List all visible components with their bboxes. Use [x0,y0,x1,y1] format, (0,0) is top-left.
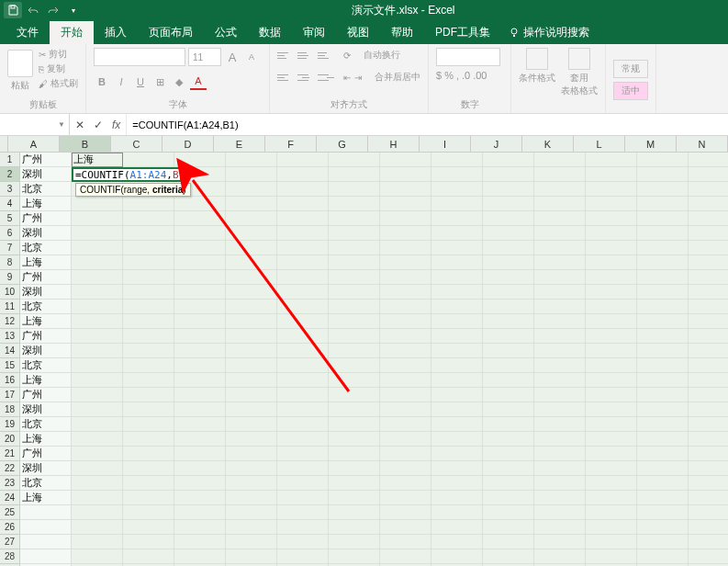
cell-D8[interactable] [174,255,226,270]
cell-style-general[interactable]: 常规 [613,60,648,78]
cell-L12[interactable] [586,314,637,329]
cell-H2[interactable] [380,167,431,182]
cell-L28[interactable] [586,549,637,564]
cell-H26[interactable] [380,520,431,535]
cell-N4[interactable] [689,197,728,211]
cell-D24[interactable] [174,491,226,505]
cell-A27[interactable] [20,535,72,549]
cell-M23[interactable] [637,476,689,491]
percent-button[interactable]: % [444,70,454,81]
cell-N12[interactable] [689,314,728,329]
cell-N16[interactable] [689,373,728,388]
cell-K25[interactable] [534,505,586,520]
cell-L15[interactable] [586,358,637,373]
cell-L10[interactable] [586,285,637,300]
cell-E13[interactable] [226,329,277,344]
cell-B15[interactable] [72,358,123,373]
row-header-13[interactable]: 13 [0,329,20,344]
row-header-7[interactable]: 7 [0,241,20,255]
cell-C24[interactable] [123,491,174,505]
cell-J23[interactable] [483,476,534,491]
cell-J21[interactable] [483,447,534,461]
cell-B19[interactable] [72,417,123,432]
cell-G11[interactable] [329,300,380,314]
cell-K27[interactable] [534,535,586,549]
increase-font-button[interactable]: A [224,49,241,65]
cell-M16[interactable] [637,373,689,388]
cell-F24[interactable] [277,491,329,505]
cell-E7[interactable] [226,241,277,255]
cell-M15[interactable] [637,358,689,373]
cell-N11[interactable] [689,300,728,314]
cell-E27[interactable] [226,535,277,549]
col-header-I[interactable]: I [420,136,471,153]
cell-G10[interactable] [329,285,380,300]
cell-J16[interactable] [483,373,534,388]
cell-I15[interactable] [431,358,483,373]
cell-J26[interactable] [483,520,534,535]
cell-C7[interactable] [123,241,174,255]
tab-data[interactable]: 数据 [248,21,292,44]
tab-help[interactable]: 帮助 [380,21,424,44]
cell-B17[interactable] [72,388,123,402]
cell-J25[interactable] [483,505,534,520]
cell-A24[interactable]: 上海 [20,491,72,505]
cell-E14[interactable] [226,344,277,358]
cell-K19[interactable] [534,417,586,432]
cell-F11[interactable] [277,300,329,314]
tab-pdf[interactable]: PDF工具集 [424,21,501,44]
cell-E3[interactable] [226,182,277,197]
cell-B23[interactable] [72,476,123,491]
cell-M27[interactable] [637,535,689,549]
cell-F1[interactable] [277,153,329,167]
cell-M11[interactable] [637,300,689,314]
cell-J3[interactable] [483,182,534,197]
bold-button[interactable]: B [94,74,110,90]
cell-K11[interactable] [534,300,586,314]
cell-N19[interactable] [689,417,728,432]
cell-E24[interactable] [226,491,277,505]
cell-L27[interactable] [586,535,637,549]
cell-G2[interactable] [329,167,380,182]
cell-C27[interactable] [123,535,174,549]
cell-C21[interactable] [123,447,174,461]
tab-formula[interactable]: 公式 [204,21,248,44]
cell-F5[interactable] [277,211,329,226]
cell-F22[interactable] [277,461,329,476]
cell-G6[interactable] [329,226,380,241]
cell-D4[interactable] [174,197,226,211]
cell-I12[interactable] [431,314,483,329]
cell-A13[interactable]: 广州 [20,329,72,344]
select-all-corner[interactable] [0,136,8,153]
cell-F8[interactable] [277,255,329,270]
decrease-decimal-button[interactable]: .00 [473,70,487,81]
cell-C20[interactable] [123,432,174,447]
cell-L3[interactable] [586,182,637,197]
cell-G22[interactable] [329,461,380,476]
cell-J19[interactable] [483,417,534,432]
cell-E15[interactable] [226,358,277,373]
cell-F18[interactable] [277,402,329,417]
cell-I9[interactable] [431,270,483,285]
cell-L17[interactable] [586,388,637,402]
align-middle-button[interactable] [297,48,314,62]
cell-M13[interactable] [637,329,689,344]
cell-J6[interactable] [483,226,534,241]
cell-F7[interactable] [277,241,329,255]
col-header-G[interactable]: G [317,136,368,153]
cell-G28[interactable] [329,549,380,564]
cell-D7[interactable] [174,241,226,255]
cell-D1[interactable] [174,153,226,167]
cell-K24[interactable] [534,491,586,505]
cell-C12[interactable] [123,314,174,329]
cell-M17[interactable] [637,388,689,402]
cell-C4[interactable] [123,197,174,211]
cell-G18[interactable] [329,402,380,417]
cell-H13[interactable] [380,329,431,344]
cell-L21[interactable] [586,447,637,461]
cell-L5[interactable] [586,211,637,226]
cell-H7[interactable] [380,241,431,255]
cell-D20[interactable] [174,432,226,447]
cell-N21[interactable] [689,447,728,461]
row-header-27[interactable]: 27 [0,535,20,549]
